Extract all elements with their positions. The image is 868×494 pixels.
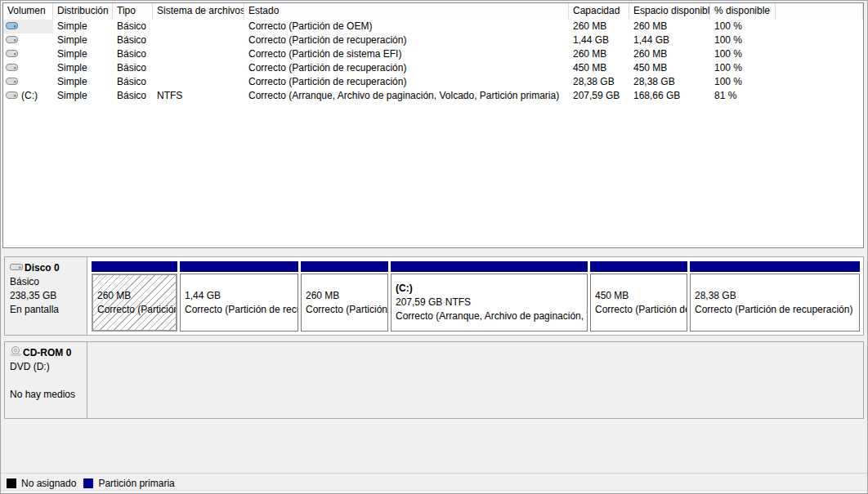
partition-block-recovery1[interactable]: 1,44 GB Correcto (Partición de recuperac… [180, 261, 298, 332]
tipo-cell: Básico [113, 47, 153, 61]
legend-label: No asignado [21, 478, 76, 489]
distribucion-cell: Simple [53, 61, 113, 75]
partition-size: 450 MB [595, 289, 685, 303]
column-header-espacio-disponible[interactable]: Espacio disponible [629, 3, 710, 20]
estado-cell: Correcto (Partición de recuperación) [244, 75, 569, 89]
legend-item-unallocated: No asignado [7, 478, 76, 489]
espacio-cell: 28,38 GB [629, 75, 710, 89]
estado-cell: Correcto (Partición de OEM) [244, 20, 569, 33]
distribucion-cell: Simple [53, 89, 113, 103]
partition-size: 28,38 GB [695, 289, 857, 303]
volume-icon [6, 33, 18, 47]
window-bottom-edge [1, 490, 867, 493]
pct-cell: 81 % [710, 89, 776, 103]
estado-cell: Correcto (Arranque, Archivo de paginació… [244, 89, 569, 103]
volume-list-header: Volumen Distribución Tipo Sistema de arc… [3, 3, 863, 20]
partition-type-stripe [391, 261, 588, 272]
filler-cell [776, 61, 863, 75]
partition-name: (C:) [396, 282, 585, 296]
capacidad-cell: 450 MB [569, 61, 629, 75]
partition-box-selected[interactable]: 260 MB Correcto (Partición de OEM) [92, 274, 177, 332]
capacidad-cell: 1,44 GB [569, 33, 629, 47]
volume-list: Volumen Distribución Tipo Sistema de arc… [2, 2, 864, 248]
column-header-estado[interactable]: Estado [244, 3, 569, 20]
disk-type: Básico [10, 275, 85, 289]
tipo-cell: Básico [113, 33, 153, 47]
column-header-filler [776, 3, 863, 20]
partition-type-stripe [301, 261, 388, 272]
primary-partition-swatch-icon [83, 478, 93, 488]
capacidad-cell: 207,59 GB [569, 89, 629, 103]
volume-cell[interactable] [3, 20, 53, 33]
tipo-cell: Básico [113, 75, 153, 89]
legend-label: Partición primaria [98, 478, 174, 489]
disk-management-pane: Volumen Distribución Tipo Sistema de arc… [0, 0, 868, 494]
capacidad-cell: 260 MB [569, 47, 629, 61]
pct-cell: 100 % [710, 61, 776, 75]
partition-box[interactable]: 28,38 GB Correcto (Partición de recupera… [690, 274, 860, 332]
sistema-cell [153, 75, 244, 89]
espacio-cell: 1,44 GB [629, 33, 710, 47]
column-header-sistema-de-archivos[interactable]: Sistema de archivos [153, 3, 244, 20]
partition-block-recovery3[interactable]: 28,38 GB Correcto (Partición de recupera… [690, 261, 860, 332]
partition-status: Correcto (Partición de recuperación) [185, 303, 296, 317]
volume-icon [6, 47, 18, 61]
pct-cell: 100 % [710, 20, 776, 33]
partition-status: Correcto (Partición de recuperación) [595, 303, 685, 317]
partition-box[interactable]: 260 MB Correcto (Partición de sistema EF… [301, 274, 388, 332]
volume-row[interactable]: Simple Básico Correcto (Partición de rec… [3, 75, 863, 89]
sistema-cell [153, 47, 244, 61]
partition-type-stripe [92, 261, 177, 272]
pct-cell: 100 % [710, 33, 776, 47]
partition-box[interactable]: 1,44 GB Correcto (Partición de recuperac… [180, 274, 298, 332]
capacidad-cell: 260 MB [569, 20, 629, 33]
filler-cell [776, 47, 863, 61]
volume-icon [6, 20, 18, 33]
partition-block-c[interactable]: (C:) 207,59 GB NTFS Correcto (Arranque, … [391, 261, 588, 332]
partition-box[interactable]: (C:) 207,59 GB NTFS Correcto (Arranque, … [391, 274, 588, 332]
espacio-cell: 260 MB [629, 20, 710, 33]
column-header-tipo[interactable]: Tipo [113, 3, 153, 20]
disk-icon [10, 261, 23, 275]
volume-row[interactable]: Simple Básico Correcto (Partición de rec… [3, 33, 863, 47]
volume-row[interactable]: Simple Básico Correcto (Partición de sis… [3, 47, 863, 61]
disk0-label-panel[interactable]: Disco 0 Básico 238,35 GB En pantalla [5, 257, 87, 335]
column-header-capacidad[interactable]: Capacidad [569, 3, 629, 20]
partition-size: 260 MB [306, 289, 386, 303]
partition-box[interactable]: 450 MB Correcto (Partición de recuperaci… [590, 274, 687, 332]
partition-status: Correcto (Partición de OEM) [97, 303, 174, 317]
volume-cell[interactable] [3, 47, 53, 61]
column-header-distribucion[interactable]: Distribución [53, 3, 113, 20]
espacio-cell: 450 MB [629, 61, 710, 75]
distribucion-cell: Simple [53, 20, 113, 33]
volume-row[interactable]: Simple Básico Correcto (Partición de OEM… [3, 20, 863, 33]
partition-block-efi[interactable]: 260 MB Correcto (Partición de sistema EF… [301, 261, 388, 332]
cdrom-empty-area [87, 342, 863, 418]
sistema-cell [153, 61, 244, 75]
sistema-cell [153, 20, 244, 33]
cdrom-drive-letter: DVD (D:) [10, 360, 85, 374]
volume-name: (C:) [21, 89, 38, 103]
pct-cell: 100 % [710, 47, 776, 61]
volume-cell[interactable] [3, 61, 53, 75]
partition-block-oem[interactable]: 260 MB Correcto (Partición de OEM) [92, 261, 177, 332]
filler-cell [776, 89, 863, 103]
distribucion-cell: Simple [53, 47, 113, 61]
column-header-volumen[interactable]: Volumen [3, 3, 53, 20]
partition-status: Correcto (Arranque, Archivo de paginació… [396, 309, 585, 323]
partition-block-recovery2[interactable]: 450 MB Correcto (Partición de recuperaci… [590, 261, 687, 332]
volume-cell[interactable]: (C:) [3, 89, 53, 103]
partition-size: 260 MB [97, 289, 174, 303]
partition-status: Correcto (Partición de sistema EFI) [306, 303, 386, 317]
partition-type-stripe [590, 261, 687, 272]
volume-row[interactable]: (C:) Simple Básico NTFS Correcto (Arranq… [3, 89, 863, 103]
column-header-pct-disponible[interactable]: % disponible [710, 3, 776, 20]
volume-cell[interactable] [3, 33, 53, 47]
unallocated-swatch-icon [7, 478, 16, 488]
estado-cell: Correcto (Partición de recuperación) [244, 61, 569, 75]
volume-row[interactable]: Simple Básico Correcto (Partición de rec… [3, 61, 863, 75]
volume-icon [6, 75, 18, 89]
legend-divider [1, 473, 867, 474]
volume-cell[interactable] [3, 75, 53, 89]
cdrom0-label-panel[interactable]: CD-ROM 0 DVD (D:) No hay medios [5, 342, 87, 418]
